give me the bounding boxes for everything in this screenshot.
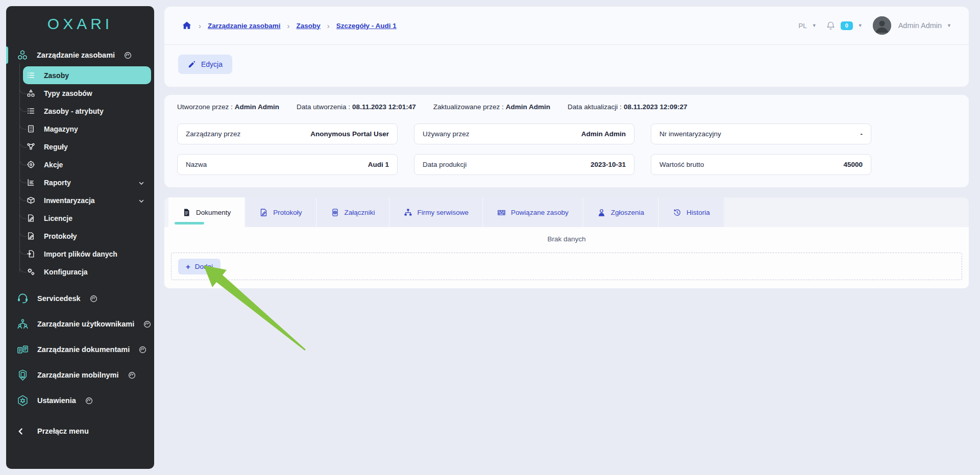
breadcrumb-link-zasoby[interactable]: Zasoby: [297, 22, 321, 30]
sidebar-item-zarzadzanie-uzytkownikami[interactable]: Zarządzanie użytkownikami: [6, 311, 154, 337]
users-icon: [16, 318, 29, 331]
sidebar-item-akcje[interactable]: Akcje: [23, 156, 151, 173]
sidebar-item-import-plikow[interactable]: Import plików danych: [23, 245, 151, 263]
module-label: Zarządzanie mobilnymi: [37, 371, 119, 379]
sidebar-item-servicedesk[interactable]: Servicedesk: [6, 286, 154, 311]
sidebar-section-label: Zarządzanie zasobami: [37, 51, 115, 59]
import-file-icon: [27, 249, 35, 258]
toolbar: Edycja: [164, 45, 969, 84]
module-label: Servicedesk: [37, 294, 81, 303]
module-label: Zarządzanie dokumentami: [37, 345, 130, 354]
tab-firmy-serwisowe[interactable]: Firmy serwisowe: [390, 197, 483, 227]
sidebar-item-licencje[interactable]: Licencje: [23, 209, 151, 227]
tab-powiazane-zasoby[interactable]: Powiązane zasoby: [483, 197, 582, 227]
language-selector[interactable]: PL: [798, 22, 807, 30]
sidebar-section-asset-management[interactable]: Zarządzanie zasobami: [6, 46, 154, 64]
sidebar-item-protokoly[interactable]: Protokoły: [23, 227, 151, 245]
notification-count-badge: 0: [841, 21, 853, 30]
app-logo: OXARI: [6, 6, 154, 36]
empty-state-text: Brak danych: [164, 227, 969, 252]
sidebar-item-label: Magazyny: [44, 125, 78, 133]
sidebar-item-label: Typy zasobów: [44, 89, 92, 97]
header-actions: PL ▼ 0 ▼ Admin Admin ▼: [798, 16, 951, 35]
user-menu[interactable]: Admin Admin: [898, 21, 942, 30]
sidebar-item-label: Reguły: [44, 143, 68, 151]
tab-label: Firmy serwisowe: [418, 209, 469, 216]
tab-historia[interactable]: Historia: [659, 197, 724, 227]
tab-label: Powiązane zasoby: [511, 209, 569, 216]
field-nr-inwentaryzacyjny: Nr inwentaryzacyjny-: [651, 123, 871, 144]
module-label: Zarządzanie użytkownikami: [37, 320, 134, 328]
gauge-icon: [139, 346, 146, 354]
tabs-panel: Dokumenty Protokoły Załączniki Firmy ser…: [164, 197, 969, 288]
gauge-icon: [128, 371, 136, 379]
tab-zalaczniki[interactable]: Załączniki: [317, 197, 389, 227]
tab-dokumenty[interactable]: Dokumenty: [168, 197, 244, 227]
main-content: › Zarządzanie zasobami › Zasoby › Szczeg…: [154, 0, 980, 475]
reports-icon: [27, 178, 35, 187]
breadcrumb-separator: ›: [327, 21, 330, 30]
sidebar-item-label: Inwentaryzacja: [44, 196, 95, 205]
sidebar-item-magazyny[interactable]: Magazyny: [23, 120, 151, 138]
breadcrumb-link-zarzadzanie-zasobami[interactable]: Zarządzanie zasobami: [208, 22, 281, 30]
field-wartosc-brutto: Wartość brutto45000: [651, 154, 871, 175]
header-card: › Zarządzanie zasobami › Zasoby › Szczeg…: [164, 7, 969, 87]
sidebar-item-konfiguracja[interactable]: Konfiguracja: [23, 263, 151, 281]
sidebar-item-label: Akcje: [44, 161, 63, 169]
breadcrumb-link-szczegoly[interactable]: Szczegóły - Audi 1: [336, 22, 397, 30]
sidebar-item-zasoby-atrybuty[interactable]: Zasoby - atrybuty: [23, 102, 151, 120]
sidebar-submenu: Zasoby Typy zasobów Zasoby - atrybuty Ma…: [6, 66, 154, 281]
chevron-down-icon: [138, 180, 144, 186]
sidebar-item-inwentaryzacja[interactable]: Inwentaryzacja: [23, 191, 151, 209]
menu-toggle-label: Przełącz menu: [37, 427, 89, 435]
sidebar-item-reguly[interactable]: Reguły: [23, 138, 151, 156]
tab-label: Protokoły: [273, 209, 302, 216]
notifications-bell-icon[interactable]: [826, 21, 836, 31]
chevron-left-icon: [17, 428, 24, 435]
menu-toggle[interactable]: Przełącz menu: [6, 420, 154, 442]
asset-meta-row: Utworzone przez :Admin Admin Data utworz…: [177, 103, 956, 111]
sidebar-item-zasoby[interactable]: Zasoby: [23, 66, 151, 84]
home-icon[interactable]: [182, 20, 192, 31]
sidebar-item-zarzadzanie-dokumentami[interactable]: Zarządzanie dokumentami: [6, 337, 154, 362]
breadcrumb-separator: ›: [199, 21, 201, 30]
chevron-down-icon[interactable]: ▼: [858, 23, 863, 28]
field-nazwa: NazwaAudi 1: [177, 154, 398, 175]
chevron-down-icon[interactable]: ▼: [812, 23, 817, 28]
tab-zgloszenia[interactable]: Zgłoszenia: [583, 197, 658, 227]
module-label: Ustawienia: [37, 396, 76, 405]
sidebar-item-zarzadzanie-mobilnymi[interactable]: Zarządzanie mobilnymi: [6, 362, 154, 388]
add-button-label: Dodaj: [195, 263, 213, 270]
warehouse-icon: [27, 124, 35, 133]
tab-protokoly[interactable]: Protokoły: [246, 197, 315, 227]
add-button[interactable]: + Dodaj: [178, 259, 220, 274]
tab-label: Historia: [687, 209, 710, 216]
chevron-down-icon[interactable]: ▼: [947, 23, 951, 28]
pencil-icon: [188, 61, 195, 68]
active-section-indicator: [6, 46, 8, 64]
sidebar-item-ustawienia[interactable]: Ustawienia: [6, 388, 154, 413]
document-icon: [182, 208, 191, 217]
dropzone: + Dodaj: [171, 253, 962, 280]
meta-updated-by: Zaktualizowane przez :Admin Admin: [433, 103, 550, 111]
documents-icon: [16, 343, 29, 356]
tabstrip: Dokumenty Protokoły Załączniki Firmy ser…: [164, 197, 969, 227]
rules-network-icon: [27, 142, 35, 151]
sidebar-item-typy-zasobow[interactable]: Typy zasobów: [23, 84, 151, 102]
inventory-box-icon: [27, 196, 35, 205]
edit-button[interactable]: Edycja: [178, 55, 232, 74]
sidebar-item-label: Raporty: [44, 179, 71, 187]
org-chart-icon: [404, 208, 412, 217]
protocol-document-icon: [27, 232, 35, 240]
tab-label: Załączniki: [345, 209, 375, 216]
sidebar-item-label: Zasoby: [44, 71, 69, 80]
meta-updated-date: Data aktualizacji :08.11.2023 12:09:27: [568, 103, 687, 111]
gauge-icon: [85, 397, 93, 405]
sidebar-item-label: Protokoły: [44, 232, 77, 240]
gauge-icon: [90, 295, 97, 303]
asset-fields-grid: Zarządzany przezAnonymous Portal User Uż…: [177, 123, 956, 175]
breadcrumb: › Zarządzanie zasobami › Zasoby › Szczeg…: [164, 7, 969, 45]
sidebar-item-raporty[interactable]: Raporty: [23, 173, 151, 191]
sidebar-modules: Servicedesk Zarządzanie użytkownikami Za…: [6, 286, 154, 413]
avatar[interactable]: [873, 16, 891, 35]
